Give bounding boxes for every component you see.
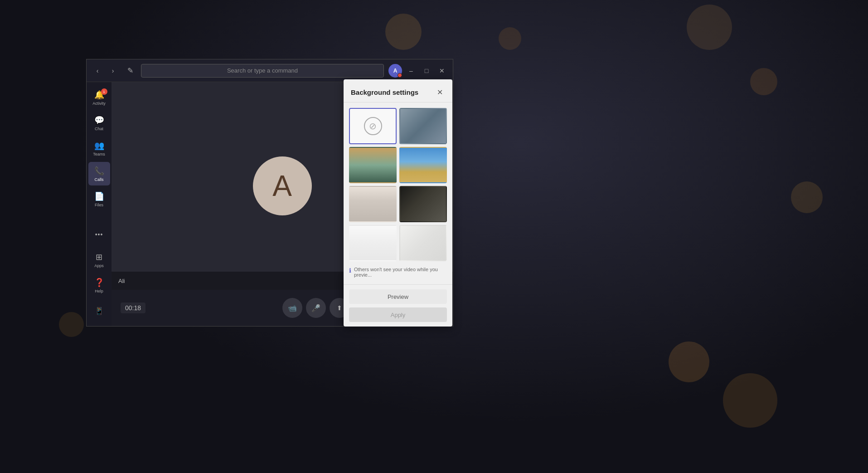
info-icon: ℹ (349, 267, 351, 274)
help-icon: ❓ (94, 278, 104, 288)
back-button[interactable]: ‹ (91, 64, 104, 77)
compose-button[interactable]: ✎ (124, 64, 136, 77)
sidebar-item-chat[interactable]: 💬 Chat (88, 111, 110, 135)
apps-icon: ⊞ (96, 252, 102, 262)
bg-thumb-white2[interactable] (399, 225, 447, 261)
sidebar-item-more[interactable]: ••• (88, 223, 110, 246)
bg-thumb-minimal1[interactable] (349, 186, 397, 222)
bg-thumb-city[interactable] (399, 147, 447, 183)
sidebar-label-calls: Calls (94, 177, 103, 182)
bg-panel-close-button[interactable]: ✕ (434, 87, 445, 98)
bg-info-text: ℹ Others won't see your video while you … (344, 267, 452, 278)
title-bar-actions: A – □ ✕ (388, 64, 448, 78)
bokeh-decoration (687, 5, 732, 50)
bg-thumb-none[interactable]: ⊘ (349, 108, 397, 144)
sidebar-item-device[interactable]: 📱 (88, 299, 110, 322)
apply-button[interactable]: Apply (349, 307, 447, 322)
close-button[interactable]: ✕ (436, 64, 448, 77)
forward-button[interactable]: › (107, 64, 119, 77)
teams-icon: 👥 (94, 141, 104, 151)
bokeh-decoration (59, 312, 84, 337)
bg-thumbnails-grid: ⊘ (344, 102, 452, 267)
bokeh-decoration (385, 14, 422, 50)
sidebar-item-files[interactable]: 📄 Files (88, 187, 110, 211)
avatar-status (398, 73, 402, 78)
title-bar: ‹ › ✎ Search or type a command A – □ ✕ (87, 59, 453, 82)
restore-button[interactable]: □ (420, 64, 433, 77)
sidebar-label-files: Files (95, 203, 103, 207)
minimize-button[interactable]: – (405, 64, 417, 77)
bokeh-decoration (750, 68, 777, 95)
activity-badge: 1 (101, 88, 107, 95)
bg-info-label: Others won't see your video while you pr… (354, 267, 447, 278)
nav-buttons: ‹ › (91, 64, 119, 77)
search-bar[interactable]: Search or type a command (141, 64, 384, 78)
bokeh-decoration (499, 27, 521, 50)
bg-thumb-office[interactable] (349, 147, 397, 183)
avatar-initials: A (393, 68, 398, 74)
sidebar-label-chat: Chat (95, 127, 103, 131)
bg-panel-footer: Preview Apply (344, 284, 452, 327)
sidebar-item-teams[interactable]: 👥 Teams (88, 137, 110, 160)
bg-thumb-blur[interactable] (399, 108, 447, 144)
sidebar-item-help[interactable]: ❓ Help (88, 273, 110, 297)
search-placeholder: Search or type a command (227, 67, 298, 74)
background-settings-panel: Background settings ✕ ⊘ ℹ Others won't s… (344, 79, 452, 327)
preview-button[interactable]: Preview (349, 289, 447, 304)
no-background-icon: ⊘ (364, 117, 382, 135)
sidebar-item-apps[interactable]: ⊞ Apps (88, 248, 110, 272)
more-icon: ••• (95, 231, 103, 238)
bg-panel-title: Background settings (351, 88, 418, 96)
sidebar-item-calls[interactable]: 📞 Calls (88, 162, 110, 185)
sidebar-label-teams: Teams (93, 152, 105, 156)
bg-thumb-white1[interactable] (349, 225, 397, 261)
sidebar-label-apps: Apps (94, 263, 104, 268)
bg-panel-header: Background settings ✕ (344, 79, 452, 102)
calls-icon: 📞 (94, 166, 104, 176)
sidebar-label-activity: Activity (92, 101, 106, 106)
sidebar-item-activity[interactable]: 🔔 Activity 1 (88, 86, 110, 109)
sidebar-label-help: Help (95, 289, 103, 293)
bokeh-decoration (791, 181, 823, 213)
bokeh-decoration (669, 341, 709, 382)
avatar[interactable]: A (388, 64, 402, 78)
bokeh-decoration (723, 373, 777, 428)
bg-thumb-dark-room[interactable] (399, 186, 447, 222)
chat-icon: 💬 (94, 115, 104, 125)
device-icon: 📱 (95, 307, 104, 315)
sidebar: 🔔 Activity 1 💬 Chat 👥 Teams 📞 Calls 📄 (87, 82, 112, 326)
files-icon: 📄 (94, 191, 104, 201)
